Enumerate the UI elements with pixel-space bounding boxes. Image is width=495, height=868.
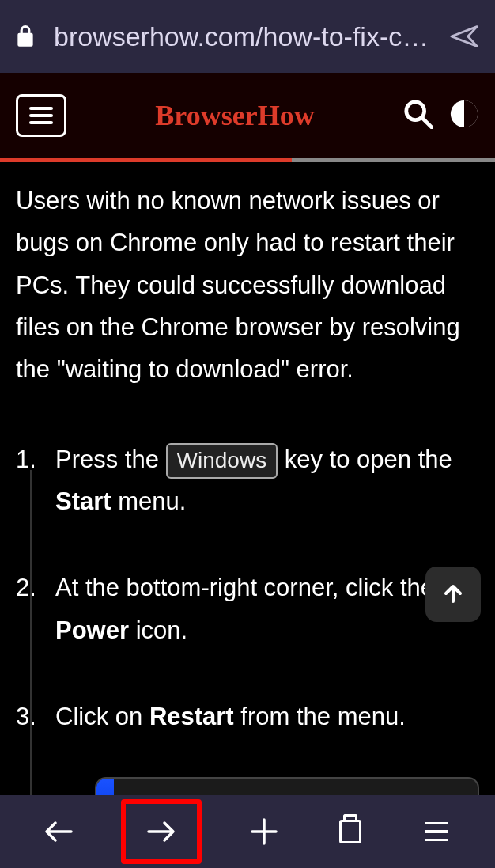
step-item: Press the Windows key to open the Start … (16, 438, 479, 523)
tabs-button[interactable] (327, 808, 374, 855)
browser-menu-button[interactable] (413, 808, 460, 855)
scroll-to-top-button[interactable] (425, 567, 481, 622)
keyboard-key: Windows (166, 443, 278, 478)
new-tab-button[interactable] (240, 808, 288, 855)
step-item: Click on Restart from the menu. 3. Sign-… (16, 696, 479, 795)
theme-toggle-icon[interactable] (449, 99, 479, 132)
browser-address-bar[interactable]: browserhow.com/how-to-fix-c… (0, 0, 495, 73)
site-header: BrowserHow (0, 73, 495, 158)
browser-bottom-toolbar (0, 795, 495, 868)
send-icon[interactable] (449, 21, 481, 52)
intro-paragraph: Users with no known network issues or bu… (16, 180, 479, 391)
instruction-screenshot: 3. Sign-in options (95, 777, 479, 795)
menu-button[interactable] (16, 94, 66, 137)
step-item: At the bottom-right corner, click the Po… (16, 567, 479, 651)
lock-icon (14, 25, 36, 47)
search-icon[interactable] (403, 99, 433, 132)
article-content: Users with no known network issues or bu… (0, 162, 495, 795)
reading-progress (0, 158, 495, 162)
back-button[interactable] (35, 808, 82, 855)
steps-list: Press the Windows key to open the Start … (16, 438, 479, 795)
site-logo[interactable]: BrowserHow (155, 99, 314, 132)
forward-button-highlighted[interactable] (121, 799, 202, 864)
url-text: browserhow.com/how-to-fix-c… (54, 21, 432, 52)
svg-line-1 (423, 119, 432, 127)
